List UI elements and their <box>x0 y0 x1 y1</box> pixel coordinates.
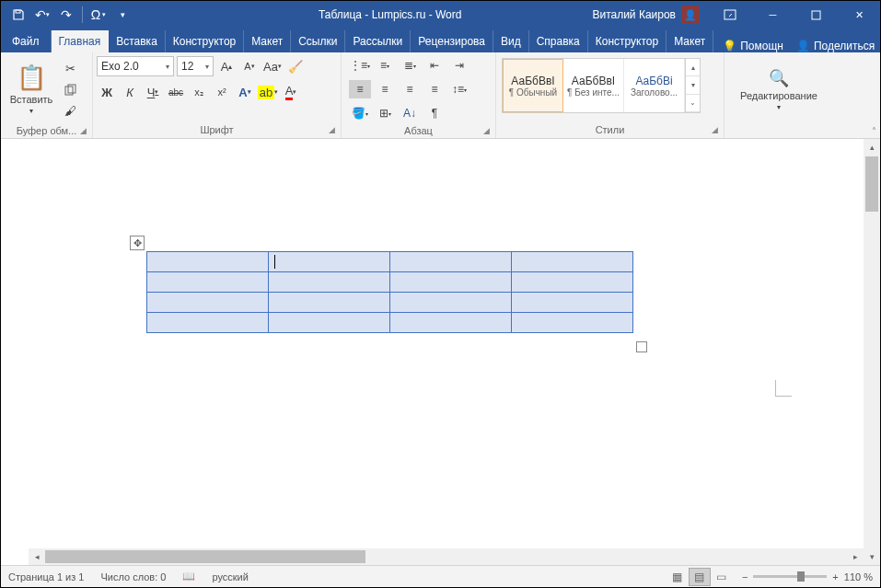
undo-icon[interactable]: ↶▾ <box>32 5 52 25</box>
tab-table-layout[interactable]: Макет <box>667 30 713 52</box>
tab-insert[interactable]: Вставка <box>109 30 166 52</box>
align-right-icon[interactable]: ≡ <box>399 80 421 98</box>
table-resize-handle[interactable] <box>636 341 647 352</box>
dec-indent-icon[interactable]: ⇤ <box>423 56 446 75</box>
style-nospacing[interactable]: АаБбВвI ¶ Без инте... <box>563 59 624 112</box>
language-status[interactable]: русский <box>212 571 248 582</box>
zoom-out-button[interactable]: − <box>742 571 748 582</box>
scroll-thumb[interactable] <box>865 156 878 212</box>
omega-icon[interactable]: Ω▾ <box>88 5 109 25</box>
horizontal-scrollbar[interactable]: ◂ ▸ <box>29 548 864 565</box>
zoom-in-button[interactable]: + <box>832 571 838 582</box>
tab-table-design[interactable]: Конструктор <box>588 30 667 52</box>
tell-me[interactable]: 💡Помощн <box>723 40 783 52</box>
vertical-scrollbar[interactable]: ▴ ▾ <box>864 139 880 565</box>
scroll-right-icon[interactable]: ▸ <box>847 552 864 561</box>
scroll-up-icon[interactable]: ▴ <box>864 139 880 156</box>
svg-rect-3 <box>65 86 73 95</box>
align-center-icon[interactable]: ≡ <box>374 80 396 98</box>
borders-icon[interactable]: ⊞▾ <box>374 104 396 122</box>
save-icon[interactable] <box>8 5 29 25</box>
table-move-handle[interactable]: ✥ <box>130 236 145 250</box>
superscript-button[interactable]: x² <box>212 82 232 102</box>
group-styles: АаБбВвI ¶ Обычный АаБбВвI ¶ Без инте... … <box>496 52 725 138</box>
styles-gallery[interactable]: АаБбВвI ¶ Обычный АаБбВвI ¶ Без инте... … <box>502 58 701 113</box>
svg-rect-2 <box>812 11 820 19</box>
redo-icon[interactable]: ↷ <box>56 5 76 25</box>
word-count[interactable]: Число слов: 0 <box>100 571 166 582</box>
align-left-icon[interactable]: ≡ <box>349 80 371 98</box>
multilevel-icon[interactable]: ≣▾ <box>399 56 421 75</box>
minimize-button[interactable]: ─ <box>752 1 794 29</box>
highlight-icon[interactable]: ab▾ <box>258 82 278 102</box>
dialog-launcher-icon[interactable]: ◢ <box>712 125 718 134</box>
font-name-combo[interactable]: Exo 2.0▾ <box>97 56 174 76</box>
style-heading1[interactable]: АаБбВі Заголово... <box>624 59 685 112</box>
text-effects-icon[interactable]: A▾ <box>235 82 255 102</box>
table-row <box>147 293 633 313</box>
tab-design[interactable]: Конструктор <box>166 30 244 52</box>
qat-customize-icon[interactable]: ▾ <box>112 5 133 25</box>
web-layout-icon[interactable]: ▭ <box>711 568 733 586</box>
tab-review[interactable]: Рецензирова <box>411 30 493 52</box>
ribbon-options-icon[interactable] <box>709 1 750 29</box>
dialog-launcher-icon[interactable]: ◢ <box>80 126 87 135</box>
document-area <box>1 139 864 565</box>
tab-references[interactable]: Ссылки <box>291 30 345 52</box>
subscript-button[interactable]: x₂ <box>189 82 209 102</box>
gallery-down-icon[interactable]: ▾ <box>686 76 700 94</box>
tab-help[interactable]: Справка <box>529 30 588 52</box>
read-mode-icon[interactable]: ▦ <box>667 568 689 586</box>
inc-indent-icon[interactable]: ⇥ <box>448 56 470 75</box>
zoom-level[interactable]: 110 % <box>844 571 873 582</box>
scroll-down-icon[interactable]: ▾ <box>864 548 880 565</box>
italic-button[interactable]: К <box>120 82 140 102</box>
cut-icon[interactable]: ✂ <box>60 59 80 77</box>
gallery-more-icon[interactable]: ⌄ <box>686 95 700 112</box>
font-color-icon[interactable]: A▾ <box>281 82 301 102</box>
tab-file[interactable]: Файл <box>1 30 52 52</box>
print-layout-icon[interactable]: ▤ <box>689 568 711 586</box>
line-spacing-icon[interactable]: ↕≡▾ <box>448 80 470 98</box>
grow-font-icon[interactable]: A▴ <box>216 56 237 76</box>
svg-rect-4 <box>68 85 75 93</box>
numbering-icon[interactable]: ≡▾ <box>374 56 396 75</box>
dialog-launcher-icon[interactable]: ◢ <box>329 125 335 134</box>
show-marks-icon[interactable]: ¶ <box>423 104 446 122</box>
dialog-launcher-icon[interactable]: ◢ <box>483 126 490 135</box>
shrink-font-icon[interactable]: A▾ <box>239 56 260 76</box>
scroll-thumb[interactable] <box>45 550 365 563</box>
page-status[interactable]: Страница 1 из 1 <box>8 571 84 582</box>
gallery-up-icon[interactable]: ▴ <box>686 59 700 76</box>
group-editing: 🔍 Редактирование ▾ <box>725 52 835 138</box>
justify-icon[interactable]: ≡ <box>423 80 446 98</box>
maximize-button[interactable] <box>795 1 837 29</box>
clear-format-icon[interactable]: 🧹 <box>285 56 306 76</box>
bold-button[interactable]: Ж <box>97 82 117 102</box>
group-clipboard: 📋 Вставить ▾ ✂ 🖌 Буфер обм...◢ <box>1 52 93 138</box>
tab-layout[interactable]: Макет <box>244 30 291 52</box>
scroll-left-icon[interactable]: ◂ <box>29 552 45 561</box>
share-button[interactable]: 👤Поделиться <box>796 40 875 52</box>
underline-button[interactable]: Ч▾ <box>143 82 163 102</box>
collapse-ribbon-icon[interactable]: ˄ <box>872 126 876 136</box>
find-button[interactable]: 🔍 Редактирование ▾ <box>728 56 829 122</box>
strike-button[interactable]: abc <box>166 82 186 102</box>
paste-button[interactable]: 📋 Вставить ▾ <box>5 56 58 122</box>
copy-icon[interactable] <box>60 80 80 98</box>
tab-view[interactable]: Вид <box>493 30 529 52</box>
zoom-slider[interactable] <box>753 575 827 578</box>
bullets-icon[interactable]: ⋮≡▾ <box>349 56 371 75</box>
style-normal[interactable]: АаБбВвI ¶ Обычный <box>503 59 563 112</box>
tab-home[interactable]: Главная <box>52 30 110 52</box>
close-button[interactable]: ✕ <box>839 1 880 29</box>
spell-check-icon[interactable]: 📖 <box>182 571 195 582</box>
sort-icon[interactable]: A↓ <box>399 104 421 122</box>
shading-icon[interactable]: 🪣▾ <box>349 104 371 122</box>
change-case-icon[interactable]: Aa▾ <box>262 56 283 76</box>
document-table[interactable] <box>146 251 633 333</box>
format-painter-icon[interactable]: 🖌 <box>60 101 80 120</box>
tab-mailings[interactable]: Рассылки <box>345 30 411 52</box>
font-size-combo[interactable]: 12▾ <box>177 56 214 76</box>
user-account[interactable]: Виталий Каиров 👤 <box>585 6 707 24</box>
